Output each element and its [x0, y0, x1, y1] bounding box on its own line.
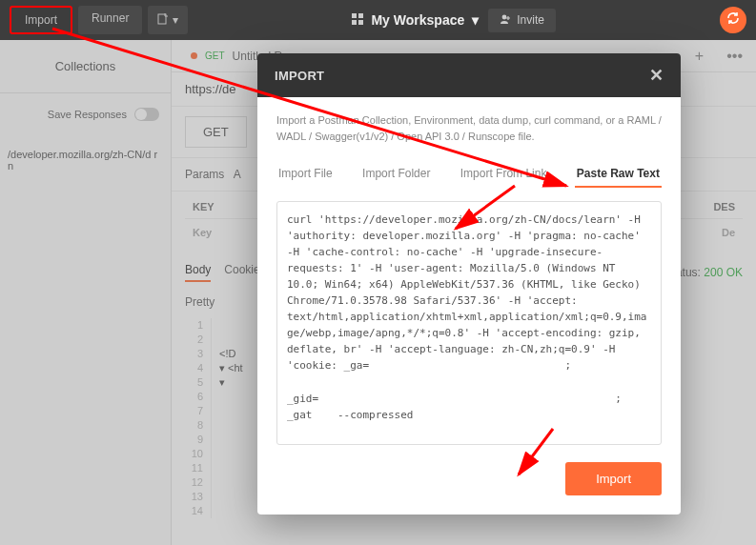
sync-icon: [726, 11, 740, 29]
modal-description: Import a Postman Collection, Environment…: [276, 112, 662, 144]
topbar: Import Runner ▾ My Workspace ▾ Invite: [0, 0, 756, 40]
method-selector[interactable]: GET: [185, 116, 247, 148]
import-link-tab[interactable]: Import From Link: [459, 161, 549, 188]
workspace-selector[interactable]: My Workspace ▾: [352, 12, 479, 28]
import-modal: IMPORT ✕ Import a Postman Collection, En…: [257, 53, 681, 515]
sync-button[interactable]: [720, 7, 746, 33]
workspace-label: My Workspace: [371, 12, 464, 28]
save-responses-label: Save Responses: [48, 109, 127, 120]
svg-point-5: [502, 14, 507, 19]
invite-label: Invite: [517, 13, 544, 27]
modal-title: IMPORT: [275, 69, 324, 83]
unsaved-dot-icon: [191, 52, 197, 59]
grid-icon: [352, 12, 363, 28]
paste-raw-text-tab[interactable]: Paste Raw Text: [575, 161, 662, 188]
import-file-tab[interactable]: Import File: [276, 161, 335, 188]
runner-button[interactable]: Runner: [78, 6, 142, 34]
svg-rect-4: [358, 20, 363, 25]
raw-text-input[interactable]: [276, 201, 662, 445]
desc-input[interactable]: De: [705, 219, 743, 246]
person-add-icon: [500, 13, 511, 28]
import-folder-tab[interactable]: Import Folder: [360, 161, 432, 188]
tab-method: GET: [205, 50, 225, 61]
collections-tab[interactable]: Collections: [0, 59, 171, 93]
desc-column-header: DES: [705, 195, 743, 218]
chevron-down-icon: ▾: [472, 12, 479, 28]
close-icon[interactable]: ✕: [649, 65, 664, 86]
invite-button[interactable]: Invite: [488, 9, 556, 32]
file-plus-icon: [157, 13, 169, 28]
tab-menu-button[interactable]: •••: [719, 44, 750, 69]
import-button[interactable]: Import: [10, 6, 72, 34]
svg-rect-1: [352, 13, 357, 18]
save-responses-toggle[interactable]: [134, 108, 159, 121]
chevron-down-icon: ▾: [173, 13, 178, 27]
save-responses-row: Save Responses: [0, 93, 171, 135]
pretty-view-button[interactable]: Pretty: [185, 295, 215, 309]
cookies-tab[interactable]: Cookie: [224, 263, 259, 282]
svg-rect-2: [358, 13, 363, 18]
sidebar: Collections Save Responses /developer.mo…: [0, 40, 172, 545]
body-tab[interactable]: Body: [185, 263, 211, 282]
history-item[interactable]: /developer.mozilla.org/zh-CN/d rn: [0, 135, 171, 185]
new-dropdown-button[interactable]: ▾: [148, 6, 188, 34]
add-tab-button[interactable]: +: [687, 44, 711, 69]
svg-rect-3: [352, 20, 357, 25]
import-submit-button[interactable]: Import: [565, 462, 662, 495]
